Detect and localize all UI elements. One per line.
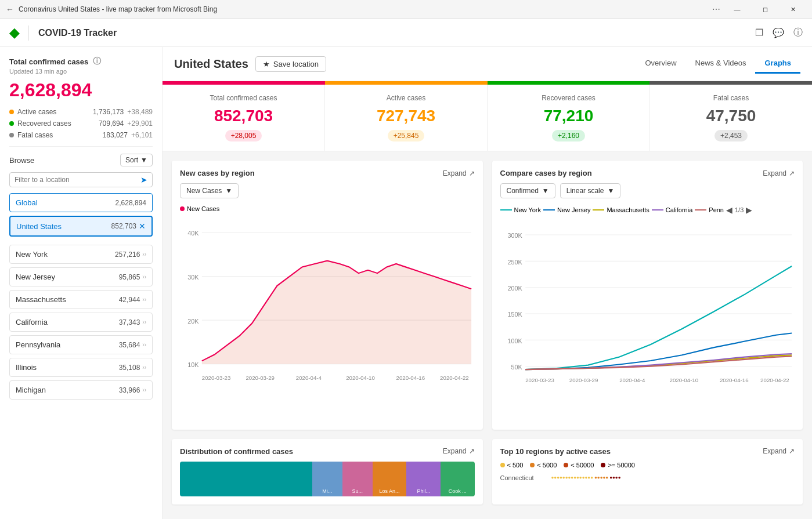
remove-us-icon[interactable]: ✕ bbox=[139, 222, 146, 231]
browse-label: Browse bbox=[9, 156, 34, 165]
recovered-cases-label: Recovered cases bbox=[17, 119, 71, 128]
search-input[interactable] bbox=[15, 176, 137, 184]
ca-legend-item: California bbox=[652, 206, 692, 213]
stat-card: Recovered cases 77,210 +2,160 bbox=[488, 85, 650, 151]
close-button[interactable]: ✕ bbox=[779, 0, 806, 19]
restore-button[interactable]: ◻ bbox=[752, 0, 778, 19]
top10-legend: < 500 < 5000 < 50000 >= 50000 bbox=[500, 462, 795, 469]
compare-dropdown2[interactable]: Linear scale ▼ bbox=[560, 183, 621, 198]
svg-text:2020-04-4: 2020-04-4 bbox=[619, 377, 645, 383]
ma-legend-line bbox=[593, 209, 604, 210]
top10-title: Top 10 regions by active cases bbox=[500, 447, 611, 456]
new-cases-dropdown[interactable]: New Cases ▼ bbox=[180, 183, 239, 198]
region-item[interactable]: Pennsylvania 35,684 ›› bbox=[9, 335, 153, 354]
sort-chevron-icon: ▼ bbox=[140, 156, 147, 164]
svg-text:20K: 20K bbox=[187, 318, 199, 325]
legend-lt50000-dot bbox=[564, 463, 568, 467]
charts-area: New cases by region Expand ↗ New Cases ▼ bbox=[163, 151, 812, 514]
new-cases-controls: New Cases ▼ bbox=[180, 183, 475, 198]
header-actions: ❐ 💬 ⓘ bbox=[755, 27, 803, 39]
compare-controls: Confirmed ▼ Linear scale ▼ bbox=[500, 183, 795, 198]
recovered-cases-dot bbox=[9, 121, 14, 126]
region-item[interactable]: California 37,343 ›› bbox=[9, 313, 153, 332]
svg-text:2020-04-22: 2020-04-22 bbox=[440, 375, 469, 381]
new-cases-expand-button[interactable]: Expand ↗ bbox=[443, 169, 475, 177]
svg-text:2020-04-22: 2020-04-22 bbox=[760, 377, 789, 383]
fatal-cases-stat: Fatal cases 183,027 +6,101 bbox=[9, 131, 153, 139]
sort-button[interactable]: Sort ▼ bbox=[120, 154, 153, 166]
stat-card: Active cases 727,743 +25,845 bbox=[325, 85, 488, 151]
us-location-item[interactable]: United States 852,703 ✕ bbox=[9, 216, 153, 237]
compare-title: Compare cases by region bbox=[500, 169, 592, 177]
back-button[interactable]: ← bbox=[6, 5, 14, 14]
top10-expand-button[interactable]: Expand ↗ bbox=[763, 447, 795, 455]
share-icon[interactable]: ❐ bbox=[755, 27, 763, 38]
next-page-button[interactable]: ▶ bbox=[746, 205, 752, 215]
dropdown-chevron-icon: ▼ bbox=[225, 187, 232, 195]
save-location-button[interactable]: ★ Save location bbox=[255, 56, 326, 72]
svg-text:200K: 200K bbox=[507, 285, 522, 292]
nj-legend-line bbox=[543, 209, 555, 210]
us-location-name: United States bbox=[16, 222, 62, 231]
feedback-icon[interactable]: 💬 bbox=[773, 27, 784, 38]
distribution-header: Distribution of confirmed cases Expand ↗ bbox=[180, 447, 475, 456]
expand-icon: ↗ bbox=[469, 169, 475, 177]
minimize-button[interactable]: — bbox=[724, 0, 750, 19]
region-item[interactable]: Massachusetts 42,944 ›› bbox=[9, 290, 153, 309]
total-confirmed-number: 2,628,894 bbox=[9, 79, 153, 101]
tab-overview[interactable]: Overview bbox=[636, 54, 685, 74]
main-layout: Total confirmed cases ⓘ Updated 13 min a… bbox=[0, 47, 812, 519]
region-item[interactable]: New York 257,216 ›› bbox=[9, 245, 153, 264]
compare-dropdown1[interactable]: Confirmed ▼ bbox=[500, 183, 555, 198]
svg-text:2020-03-23: 2020-03-23 bbox=[202, 375, 231, 381]
dist-bar-3: Su... bbox=[342, 462, 373, 496]
browser-nav: ← Coronavirus United States - live map t… bbox=[6, 5, 712, 14]
compare-expand-icon: ↗ bbox=[789, 169, 795, 177]
browser-menu-icon[interactable]: ⋯ bbox=[712, 5, 720, 14]
browser-chrome: ← Coronavirus United States - live map t… bbox=[0, 0, 812, 19]
nj-legend-item: New Jersey bbox=[543, 206, 590, 213]
location-arrow-icon[interactable]: ➤ bbox=[140, 175, 147, 184]
new-cases-legend-item: New Cases bbox=[180, 205, 219, 212]
svg-text:300K: 300K bbox=[507, 232, 522, 239]
svg-text:50K: 50K bbox=[511, 364, 522, 371]
svg-text:100K: 100K bbox=[507, 337, 522, 344]
global-location-item[interactable]: Global 2,628,894 bbox=[9, 193, 153, 212]
active-cases-stat: Active cases 1,736,173 +38,489 bbox=[9, 108, 153, 116]
sidebar-updated: Updated 13 min ago bbox=[9, 68, 153, 75]
compare-header: Compare cases by region Expand ↗ bbox=[500, 169, 795, 177]
distribution-expand-button[interactable]: Expand ↗ bbox=[443, 447, 475, 455]
connecticut-label: Connecticut bbox=[500, 474, 547, 481]
svg-text:150K: 150K bbox=[507, 311, 522, 318]
global-location-count: 2,628,894 bbox=[116, 199, 146, 207]
svg-text:10K: 10K bbox=[187, 361, 199, 368]
active-cases-dot bbox=[9, 110, 14, 114]
page-title: United States bbox=[174, 57, 248, 71]
browse-header: Browse Sort ▼ bbox=[9, 154, 153, 166]
prev-page-button[interactable]: ◀ bbox=[726, 205, 732, 215]
page-header: United States ★ Save location Overview N… bbox=[163, 47, 812, 81]
compare-expand-button[interactable]: Expand ↗ bbox=[763, 169, 795, 177]
region-item[interactable]: Illinois 35,108 ›› bbox=[9, 358, 153, 377]
page-title-area: United States ★ Save location bbox=[174, 56, 326, 72]
bing-logo: ◆ bbox=[9, 26, 29, 41]
tab-news[interactable]: News & Videos bbox=[686, 54, 756, 74]
compare-pagination: ◀ 1/3 ▶ bbox=[726, 205, 752, 215]
tab-graphs[interactable]: Graphs bbox=[755, 54, 800, 74]
global-location-name: Global bbox=[16, 198, 38, 207]
info-icon[interactable]: ⓘ bbox=[793, 27, 803, 39]
pa-legend-item: Penn bbox=[695, 206, 724, 213]
top10-panel: Top 10 regions by active cases Expand ↗ … bbox=[492, 439, 803, 505]
top10-header: Top 10 regions by active cases Expand ↗ bbox=[500, 447, 795, 456]
top10-expand-icon: ↗ bbox=[789, 447, 795, 455]
legend-lt50000: < 50000 bbox=[564, 462, 594, 469]
active-cases-label: Active cases bbox=[17, 108, 56, 116]
dropdown2-chevron-icon: ▼ bbox=[607, 187, 614, 195]
app-header: ◆ COVID-19 Tracker ❐ 💬 ⓘ bbox=[0, 19, 812, 47]
star-icon: ★ bbox=[263, 60, 270, 68]
region-item[interactable]: New Jersey 95,865 ›› bbox=[9, 267, 153, 286]
legend-lt5000: < 5000 bbox=[530, 462, 557, 469]
distribution-bar: Mi... Su... Los An... Phil... Cook ... bbox=[180, 462, 475, 496]
sidebar-info-icon[interactable]: ⓘ bbox=[93, 56, 101, 67]
region-item[interactable]: Michigan 33,966 ›› bbox=[9, 380, 153, 400]
